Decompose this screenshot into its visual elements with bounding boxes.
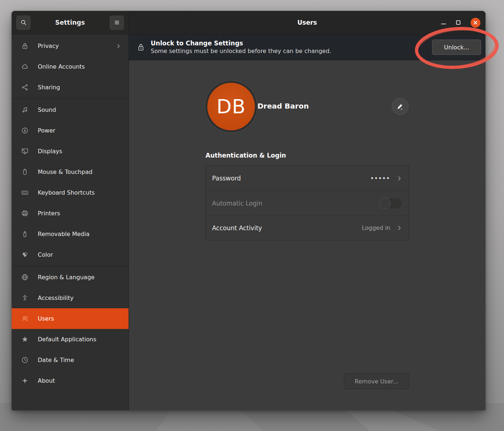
main-panel: Users Unlock to Ch [129, 11, 485, 410]
sidebar-item-label: Accessibility [38, 294, 121, 301]
unlock-banner: Unlock to Change Settings Some settings … [129, 34, 485, 60]
sidebar-item-sound[interactable]: Sound [12, 99, 129, 120]
color-circles-icon [21, 251, 29, 259]
page-title: Users [129, 19, 485, 26]
star-icon [21, 336, 29, 343]
sidebar-item-label: Displays [38, 148, 121, 155]
sidebar-item-keyboard-shortcuts[interactable]: Keyboard Shortcuts [12, 182, 129, 203]
users-icon [21, 315, 29, 323]
sidebar-divider [12, 98, 129, 99]
chevron-right-icon [396, 175, 402, 182]
sidebar-item-label: About [38, 377, 121, 384]
sidebar-item-label: Sharing [38, 84, 121, 91]
titlebar: Users [129, 11, 485, 34]
sidebar-list: Privacy Online Accounts [12, 34, 129, 410]
password-label: Password [212, 175, 367, 182]
sidebar-item-accessibility[interactable]: Accessibility [12, 288, 129, 308]
password-dots: ••••• [370, 175, 390, 181]
printer-icon [21, 210, 29, 217]
avatar[interactable]: DB [207, 83, 255, 130]
unlock-banner-subtitle: Some settings must be unlocked before th… [151, 47, 331, 55]
close-icon [473, 20, 478, 25]
sidebar-item-displays[interactable]: Displays [12, 141, 129, 162]
lock-icon [21, 42, 29, 50]
sidebar-item-mouse-touchpad[interactable]: Mouse & Touchpad [12, 162, 129, 182]
search-button[interactable] [16, 16, 31, 30]
close-button[interactable] [471, 18, 480, 28]
menu-button[interactable] [110, 16, 124, 30]
sidebar-header: Settings [12, 11, 129, 34]
monitor-icon [21, 147, 29, 155]
remove-user-button[interactable]: Remove User... [344, 373, 409, 389]
lock-icon [137, 42, 145, 52]
sidebar-item-printers[interactable]: Printers [12, 203, 129, 224]
user-full-name: Dread Baron [257, 102, 309, 110]
pencil-icon [396, 102, 404, 110]
globe-icon [21, 273, 29, 281]
sidebar-item-default-applications[interactable]: Default Applications [12, 329, 129, 350]
hamburger-menu-icon [113, 19, 121, 26]
share-icon [21, 84, 29, 92]
automatic-login-toggle[interactable] [379, 198, 402, 209]
sidebar-item-privacy[interactable]: Privacy [12, 36, 129, 56]
avatar-ring: DB [205, 80, 257, 133]
accessibility-icon [21, 294, 29, 302]
section-heading: Authentication & Login [206, 152, 286, 159]
mouse-icon [21, 168, 29, 176]
sidebar-item-label: Keyboard Shortcuts [38, 189, 121, 196]
chevron-right-icon [115, 43, 121, 49]
settings-window: Settings Privacy [12, 11, 485, 410]
sidebar: Settings Privacy [12, 11, 129, 410]
sidebar-item-label: Sound [38, 106, 121, 113]
sidebar-item-label: Mouse & Touchpad [38, 168, 121, 175]
maximize-button[interactable] [456, 20, 460, 25]
account-activity-row[interactable]: Account Activity Logged in [206, 215, 409, 240]
sidebar-item-power[interactable]: Power [12, 120, 129, 141]
power-bolt-icon [21, 127, 29, 135]
flash-drive-icon [21, 230, 29, 238]
sidebar-item-label: Color [38, 251, 121, 258]
sidebar-item-label: Users [38, 315, 121, 322]
sidebar-item-color[interactable]: Color [12, 244, 129, 265]
sidebar-item-label: Privacy [38, 42, 106, 49]
password-row[interactable]: Password ••••• [206, 166, 409, 191]
sidebar-item-label: Date & Time [38, 357, 121, 363]
toggle-knob [379, 198, 391, 209]
automatic-login-label: Automatic Login [212, 200, 375, 207]
search-icon [20, 19, 27, 26]
sidebar-item-users[interactable]: Users [12, 308, 129, 329]
account-activity-label: Account Activity [212, 224, 358, 232]
sidebar-item-sharing[interactable]: Sharing [12, 77, 129, 98]
window-controls [441, 18, 485, 28]
sidebar-item-label: Power [38, 127, 121, 134]
unlock-button[interactable]: Unlock... [432, 40, 481, 55]
sidebar-item-region-language[interactable]: Region & Language [12, 267, 129, 288]
unlock-banner-title: Unlock to Change Settings [151, 39, 331, 47]
minimize-button[interactable] [441, 24, 446, 24]
sidebar-item-date-time[interactable]: Date & Time [12, 350, 129, 370]
sidebar-item-label: Online Accounts [38, 63, 121, 70]
sidebar-item-label: Printers [38, 210, 121, 217]
sidebar-divider [12, 266, 129, 266]
sparkle-icon [21, 377, 29, 385]
sidebar-item-online-accounts[interactable]: Online Accounts [12, 56, 129, 77]
sidebar-item-about[interactable]: About [12, 370, 129, 391]
cloud-icon [21, 63, 29, 71]
chevron-right-icon [396, 225, 402, 231]
automatic-login-row: Automatic Login [206, 191, 409, 215]
edit-name-button[interactable] [392, 98, 409, 115]
account-activity-value: Logged in [362, 224, 390, 231]
sidebar-item-label: Default Applications [38, 336, 121, 343]
keyboard-icon [21, 189, 29, 197]
users-content: DB Dread Baron Authentication & Login Pa… [129, 60, 485, 410]
sidebar-item-removable-media[interactable]: Removable Media [12, 224, 129, 244]
sidebar-title: Settings [55, 19, 85, 26]
sidebar-item-label: Removable Media [38, 231, 121, 237]
unlock-banner-text: Unlock to Change Settings Some settings … [151, 39, 331, 55]
auth-panel: Password ••••• Automatic Login Account A… [205, 166, 409, 240]
sidebar-item-label: Region & Language [38, 274, 121, 281]
clock-icon [21, 356, 29, 364]
music-note-icon [21, 106, 29, 114]
